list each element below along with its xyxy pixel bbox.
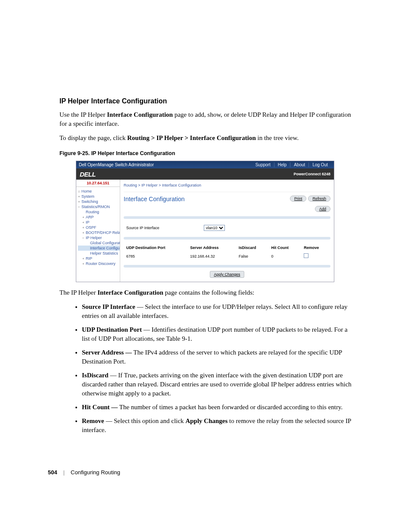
main-panel: Routing > IP Helper > Interface Configur… (120, 180, 334, 282)
device-model: PowerConnect 6248 (293, 172, 330, 176)
sidebar-item[interactable]: +Switching (78, 199, 120, 204)
intro2-bold: Routing > IP Helper > Interface Configur… (127, 134, 255, 141)
nav-support[interactable]: Support (252, 162, 274, 167)
separator (124, 237, 330, 240)
sidebar-item[interactable]: Routing (78, 209, 120, 215)
embedded-screenshot: Dell OpenManage Switch Administrator Sup… (76, 161, 334, 282)
source-ip-label: Source IP Interface (126, 226, 204, 230)
cell-discard: False (236, 252, 269, 261)
separator (124, 265, 330, 268)
list-item: Remove — Select this option and click Ap… (82, 417, 354, 435)
nav-help[interactable]: Help (274, 162, 290, 167)
list-item: UDP Destination Port — Identifies destin… (82, 325, 354, 343)
list-item: Hit Count — The number of times a packet… (82, 403, 354, 412)
footer-divider: | (63, 469, 65, 476)
sidebar-item[interactable]: +System (78, 194, 120, 199)
sidebar-item[interactable]: ⌂Home (78, 189, 120, 194)
list-item: Server Address — The IPv4 address of the… (82, 348, 354, 366)
print-button[interactable]: Print (290, 196, 307, 202)
refresh-button[interactable]: Refresh (308, 196, 330, 202)
figure-caption: Figure 9-25. IP Helper Interface Configu… (59, 150, 354, 156)
sidebar-item[interactable]: +RIP (78, 256, 120, 261)
intro-text: Use the IP Helper (59, 111, 107, 118)
sidebar-item[interactable]: −IP Helper (78, 235, 120, 240)
sidebar-item[interactable]: −Statistics/RMON (78, 204, 120, 209)
intro-bold: Interface Configuration (107, 111, 173, 118)
post-figure-intro: The IP Helper Interface Configuration pa… (59, 288, 354, 297)
cell-hits: 0 (269, 252, 302, 261)
breadcrumb: Routing > IP Helper > Interface Configur… (124, 182, 330, 192)
col-udp-port: UDP Destination Port (124, 244, 187, 252)
relay-table: UDP Destination Port Server Address IsDi… (124, 244, 330, 261)
cell-remove (301, 252, 330, 261)
topnav: Support Help About Log Out (252, 162, 331, 167)
col-isdiscard: IsDiscard (236, 244, 269, 252)
add-button[interactable]: Add (315, 206, 330, 212)
section-title: IP Helper Interface Configuration (59, 97, 354, 105)
sidebar: 10.27.64.151 ⌂Home+System+Switching−Stat… (76, 180, 120, 282)
page-title: Interface Configuration (124, 196, 185, 202)
brand-banner: DELL PowerConnect 6248 (76, 168, 334, 180)
source-ip-select[interactable]: vlan10 (204, 225, 225, 231)
col-server-address: Server Address (187, 244, 236, 252)
page-number: 504 (48, 469, 57, 476)
cell-server: 192.168.44.32 (187, 252, 236, 261)
sidebar-item[interactable]: +BOOTP/DHCP Relay A (78, 230, 120, 235)
nav-logout[interactable]: Log Out (308, 162, 331, 167)
intro-paragraph-1: Use the IP Helper Interface Configuratio… (59, 110, 354, 128)
pf-post: page contains the following fields: (163, 289, 254, 296)
intro-paragraph-2: To display the page, click Routing > IP … (59, 134, 354, 143)
sidebar-item[interactable]: +Router Discovery (78, 261, 120, 266)
sidebar-item[interactable]: +OSPF (78, 225, 120, 230)
ip-address: 10.27.64.151 (76, 180, 120, 187)
sidebar-item[interactable]: Helper Statistics (78, 251, 120, 256)
pf-bold: Interface Configuration (97, 289, 163, 296)
source-ip-row: Source IP Interface vlan10 (124, 223, 330, 233)
separator (124, 216, 330, 219)
remove-checkbox[interactable] (304, 253, 308, 258)
sidebar-item[interactable]: +IP (78, 220, 120, 225)
col-hitcount: Hit Count (269, 244, 302, 252)
field-list: Source IP Interface — Select the interfa… (59, 302, 354, 435)
sidebar-item[interactable]: Interface Configurati (78, 246, 120, 251)
apply-changes-button[interactable]: Apply Changes (210, 271, 244, 278)
table-row: 6785 192.168.44.32 False 0 (124, 252, 330, 261)
intro2-text: To display the page, click (59, 134, 127, 141)
list-item: IsDiscard — If True, packets arriving on… (82, 371, 354, 398)
dell-logo: DELL (80, 171, 96, 178)
window-title: Dell OpenManage Switch Administrator (79, 162, 154, 167)
intro2-text-post: in the tree view. (256, 134, 299, 141)
sidebar-item[interactable]: +ARP (78, 215, 120, 220)
col-remove: Remove (301, 244, 330, 252)
section-name: Configuring Routing (71, 469, 120, 476)
window-titlebar: Dell OpenManage Switch Administrator Sup… (76, 161, 334, 168)
nav-about[interactable]: About (290, 162, 308, 167)
page-footer: 504 | Configuring Routing (48, 469, 120, 476)
sidebar-item[interactable]: Global Configuration (78, 240, 120, 246)
pf-pre: The IP Helper (59, 289, 97, 296)
list-item: Source IP Interface — Select the interfa… (82, 302, 354, 320)
cell-port: 6785 (124, 252, 187, 261)
